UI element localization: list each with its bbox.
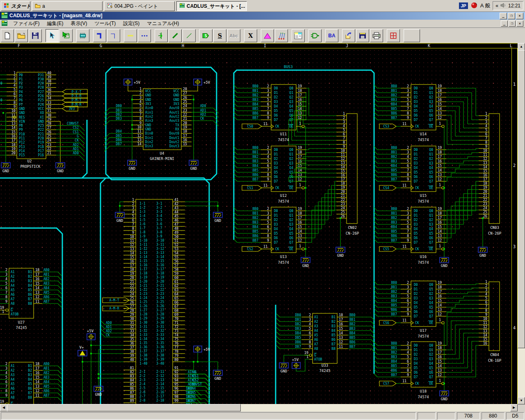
svg-text:24: 24 xyxy=(341,206,345,210)
svg-text:P9: P9 xyxy=(19,128,23,132)
svg-text:5: 5 xyxy=(407,98,409,102)
svg-text:9: 9 xyxy=(407,238,409,242)
menu-settings[interactable]: 設定(S) xyxy=(120,19,143,28)
svg-text:16: 16 xyxy=(35,277,39,281)
start-button[interactable]: スタート xyxy=(1,1,30,11)
taskbar-task-cadlus[interactable]: CADLUS_サーキット - [... xyxy=(176,1,247,11)
vertical-scroll-thumb[interactable] xyxy=(518,50,525,348)
svg-text:Dout3: Dout3 xyxy=(169,144,179,148)
child-close-button[interactable]: ✕ xyxy=(516,21,523,27)
import-button[interactable] xyxy=(356,29,369,42)
svg-text:D7: D7 xyxy=(414,375,418,379)
tray-collapse-chevrons[interactable]: « xyxy=(495,3,498,9)
ime-language-badge[interactable]: JP xyxy=(459,2,468,9)
horizontal-scrollbar[interactable]: ◀ ▶ xyxy=(0,404,518,411)
taskbar-task-paint[interactable]: 004.JPG - ペイント xyxy=(104,1,175,11)
scroll-down-button[interactable]: ▼ xyxy=(518,397,525,404)
part-select-tool-button[interactable] xyxy=(59,29,73,42)
wire-corner-thin-button[interactable] xyxy=(107,29,120,42)
schematic-canvas[interactable]: BUS31P040P312P139P303P238P294P337P285P43… xyxy=(0,48,511,404)
svg-text:Q5: Q5 xyxy=(429,306,433,309)
delete-button[interactable]: X xyxy=(244,29,257,42)
menu-tools[interactable]: ツール(T) xyxy=(91,19,119,28)
svg-text:GND: GND xyxy=(441,397,447,401)
speaker-icon[interactable] xyxy=(500,3,506,9)
diagonal-thin-button[interactable] xyxy=(183,29,196,42)
svg-text:22: 22 xyxy=(341,198,345,202)
svg-text:D3: D3 xyxy=(274,100,278,104)
svg-text:4: 4 xyxy=(343,124,345,128)
ime-mode[interactable]: A 般 xyxy=(480,2,491,9)
triangle-marker-button[interactable] xyxy=(261,29,274,42)
grid-settings-button[interactable] xyxy=(387,29,400,42)
select-tool-button[interactable] xyxy=(46,29,59,42)
svg-text:2-13: 2-13 xyxy=(156,378,164,382)
svg-text:B2: B2 xyxy=(28,275,32,278)
signal-name-button[interactable]: S xyxy=(213,29,226,42)
menu-view[interactable]: 表示(V) xyxy=(67,19,90,28)
child-restore-button[interactable]: ❐ xyxy=(509,21,516,27)
wire-corner-thick-button[interactable] xyxy=(93,29,106,42)
svg-text:CN-26P: CN-26P xyxy=(346,231,359,235)
svg-text:B7: B7 xyxy=(28,297,32,301)
svg-text:14: 14 xyxy=(483,333,487,337)
svg-text:93: 93 xyxy=(174,374,178,378)
export-button[interactable] xyxy=(342,29,355,42)
svg-text:2-17: 2-17 xyxy=(156,395,164,398)
vertical-scrollbar[interactable]: ▲ ▼ xyxy=(518,43,525,404)
svg-text:1-24: 1-24 xyxy=(139,296,147,300)
svg-text:D2: D2 xyxy=(274,218,278,222)
diagonal-thick-button[interactable] xyxy=(169,29,182,42)
svg-text:13: 13 xyxy=(438,308,442,312)
menu-manual[interactable]: マニュアル(H) xyxy=(144,19,182,28)
ba-button[interactable]: BA xyxy=(325,29,338,42)
svg-text:P19: P19 xyxy=(38,141,44,144)
menu-file[interactable]: ファイル(F) xyxy=(10,19,43,28)
scroll-up-button[interactable]: ▲ xyxy=(518,43,525,50)
taskbar-task-folder[interactable]: a xyxy=(32,1,103,11)
child-minimize-button[interactable]: _ xyxy=(501,21,508,27)
svg-text:P3: P3 xyxy=(19,86,23,89)
save-button[interactable] xyxy=(29,29,42,42)
svg-text:D7: D7 xyxy=(414,118,418,122)
yellow-line-button[interactable] xyxy=(124,29,137,42)
svg-text:AD0: AD0 xyxy=(106,321,112,325)
svg-text:18: 18 xyxy=(298,89,302,93)
svg-text:4: 4 xyxy=(407,216,409,220)
svg-text:BB5: BB5 xyxy=(391,230,397,233)
svg-text:Q7: Q7 xyxy=(429,315,433,318)
signal-flag-button[interactable]: S xyxy=(199,29,212,42)
svg-text:16: 16 xyxy=(438,98,442,102)
gate-tool-button[interactable] xyxy=(308,29,322,42)
menu-edit[interactable]: 編集(E) xyxy=(43,19,66,28)
minimize-button[interactable]: _ xyxy=(500,13,507,19)
svg-text:7: 7 xyxy=(5,290,7,294)
open-file-button[interactable] xyxy=(15,29,28,42)
scroll-right-button[interactable]: ▶ xyxy=(510,404,518,411)
text-abc-button[interactable]: Abc xyxy=(227,29,240,42)
svg-text:22: 22 xyxy=(47,147,51,151)
dotted-line-button[interactable] xyxy=(138,29,151,42)
sheet-list-button[interactable] xyxy=(292,29,305,42)
print-button[interactable] xyxy=(370,29,383,42)
ime-ball-icon[interactable] xyxy=(470,2,478,10)
test-pins-button[interactable] xyxy=(275,29,288,42)
svg-text:AB7: AB7 xyxy=(43,394,50,397)
svg-text:3: 3 xyxy=(407,285,409,289)
svg-text:BB4: BB4 xyxy=(391,103,397,106)
svg-text:1: 1 xyxy=(439,379,441,383)
svg-text:16: 16 xyxy=(483,173,487,177)
scroll-left-button[interactable]: ◀ xyxy=(0,404,7,411)
new-file-button[interactable] xyxy=(1,29,14,42)
schematic-drawing[interactable]: BUS31P040P312P139P303P238P294P337P285P43… xyxy=(0,48,511,404)
svg-text:13: 13 xyxy=(11,121,16,126)
blank-button[interactable] xyxy=(404,29,420,42)
place-part-button[interactable] xyxy=(76,29,89,42)
horizontal-scroll-thumb[interactable] xyxy=(7,404,241,411)
svg-text:34: 34 xyxy=(47,96,51,100)
close-button[interactable]: ✕ xyxy=(516,13,523,19)
svg-text:7: 7 xyxy=(309,336,311,340)
svg-text:D4: D4 xyxy=(274,166,278,170)
restore-button[interactable]: ❐ xyxy=(508,13,515,19)
junction-tool-button[interactable] xyxy=(155,29,168,42)
